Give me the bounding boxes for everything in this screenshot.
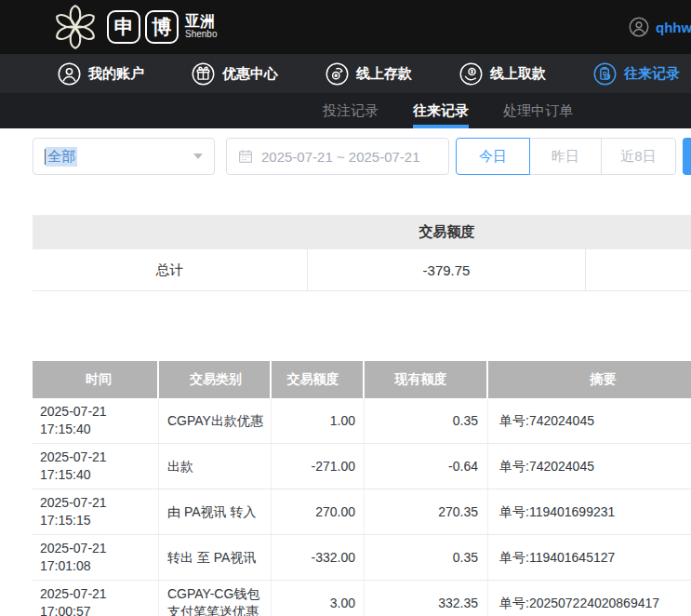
col-header-amount: 交易额度 xyxy=(272,361,365,398)
today-button[interactable]: 今日 xyxy=(456,138,530,175)
cell-balance: -0.64 xyxy=(365,444,488,489)
withdraw-hand-coin-icon xyxy=(459,62,483,86)
filter-row: 全部 2025-07-21 ~ 2025-07-21 今日 昨日 近8日 xyxy=(33,138,691,175)
summary-table: 交易额度 总计 -379.75 xyxy=(33,215,691,291)
cell-amount: 3.00 xyxy=(272,581,365,616)
page: 申 博 亚洲 Shenbo qhhw xyxy=(0,0,691,616)
cell-memo: 单号:119401699231 xyxy=(488,489,691,534)
cell-type: 由 PA视讯 转入 xyxy=(159,489,272,534)
deposit-hand-coin-icon xyxy=(326,62,349,86)
records-table: 时间 交易类别 交易额度 现有额度 摘要 2025-07-21 17:15:40… xyxy=(33,361,691,616)
table-row: 2025-07-21 17:15:15 由 PA视讯 转入 270.00 270… xyxy=(33,489,691,535)
cell-type: 转出 至 PA视讯 xyxy=(159,535,272,580)
logo-region-block: 亚洲 Shenbo xyxy=(185,14,217,39)
calendar-icon xyxy=(238,149,253,164)
cell-time: 2025-07-21 17:15:40 xyxy=(33,398,159,443)
date-range-input[interactable]: 2025-07-21 ~ 2025-07-21 xyxy=(226,138,449,175)
sub-nav: 投注记录 往来记录 处理中订单 xyxy=(0,93,691,128)
username-text: qhhw xyxy=(656,20,691,35)
last-8-days-button[interactable]: 近8日 xyxy=(601,138,676,175)
nav-item-promo-center[interactable]: 优惠中心 xyxy=(192,62,278,86)
summary-total-label: 总计 xyxy=(33,249,308,290)
cell-amount: 1.00 xyxy=(272,398,365,443)
cell-amount: -271.00 xyxy=(272,444,365,489)
cell-balance: 332.35 xyxy=(365,581,488,616)
cell-time: 2025-07-21 17:01:08 xyxy=(33,535,159,580)
main-nav: 我的账户 优惠中心 xyxy=(0,54,691,93)
logo-region-text: 亚洲 xyxy=(185,14,217,30)
gift-icon xyxy=(192,62,215,86)
cell-type: CGPAY-CG钱包支付笔笔送优惠 xyxy=(159,581,272,616)
table-row: 2025-07-21 17:00:57 CGPAY-CG钱包支付笔笔送优惠 3.… xyxy=(33,581,691,616)
summary-header-row: 交易额度 xyxy=(33,215,691,249)
cell-memo: 单号:119401645127 xyxy=(488,535,691,580)
col-header-type: 交易类别 xyxy=(159,361,272,398)
summary-total-row: 总计 -379.75 xyxy=(33,249,691,291)
nav-item-online-withdraw[interactable]: 线上取款 xyxy=(459,62,546,86)
logo-sub-text: Shenbo xyxy=(185,30,217,40)
chevron-down-icon xyxy=(193,154,203,159)
user-menu[interactable]: qhhw xyxy=(629,0,691,54)
records-header-row: 时间 交易类别 交易额度 现有额度 摘要 xyxy=(33,361,691,398)
col-header-time: 时间 xyxy=(33,361,159,398)
tab-transaction-records[interactable]: 往来记录 xyxy=(413,93,469,128)
summary-header-amount: 交易额度 xyxy=(308,223,586,241)
type-select-value: 全部 xyxy=(46,147,77,167)
summary-total-value: -379.75 xyxy=(308,249,586,290)
cell-type: CGPAY出款优惠 xyxy=(159,398,272,443)
cell-time: 2025-07-21 17:15:15 xyxy=(33,489,159,534)
cell-memo: 单号:742024045 xyxy=(488,398,691,443)
search-button-clipped[interactable] xyxy=(683,138,691,175)
top-header: 申 博 亚洲 Shenbo qhhw xyxy=(0,0,691,54)
summary-empty-cell xyxy=(586,249,691,290)
col-header-memo: 摘要 xyxy=(488,361,691,398)
cell-balance: 0.35 xyxy=(365,398,488,443)
cell-memo: 单号:202507224020869417 xyxy=(488,581,691,616)
logo-char-box-2: 博 xyxy=(145,10,179,44)
nav-label: 线上存款 xyxy=(356,65,412,83)
quick-date-button-group: 今日 昨日 近8日 xyxy=(456,138,676,175)
flower-logo-icon xyxy=(48,0,102,54)
table-row: 2025-07-21 17:15:40 CGPAY出款优惠 1.00 0.35 … xyxy=(33,398,691,444)
user-avatar-icon xyxy=(629,17,649,37)
cell-balance: 270.35 xyxy=(365,489,488,534)
nav-item-transaction-records[interactable]: 往来记录 xyxy=(593,62,680,86)
nav-item-my-account[interactable]: 我的账户 xyxy=(58,62,144,86)
cell-type: 出款 xyxy=(159,444,272,489)
tab-betting-records[interactable]: 投注记录 xyxy=(323,93,379,128)
table-row: 2025-07-21 17:01:08 转出 至 PA视讯 -332.00 0.… xyxy=(33,535,691,581)
nav-label: 优惠中心 xyxy=(222,65,278,83)
brand-logo[interactable]: 申 博 亚洲 Shenbo xyxy=(48,0,217,54)
cell-amount: -332.00 xyxy=(272,535,365,580)
nav-label: 我的账户 xyxy=(88,65,144,83)
user-circle-icon xyxy=(58,62,81,86)
yesterday-button[interactable]: 昨日 xyxy=(529,138,602,175)
nav-item-online-deposit[interactable]: 线上存款 xyxy=(326,62,412,86)
tab-processing-orders[interactable]: 处理中订单 xyxy=(503,93,573,128)
col-header-balance: 现有额度 xyxy=(365,361,488,398)
cell-amount: 270.00 xyxy=(272,489,365,534)
nav-label: 往来记录 xyxy=(624,65,680,83)
logo-char-box-1: 申 xyxy=(107,10,140,44)
cell-balance: 0.35 xyxy=(365,535,488,580)
cell-memo: 单号:742024045 xyxy=(488,444,691,489)
cell-time: 2025-07-21 17:00:57 xyxy=(33,581,159,616)
table-row: 2025-07-21 17:15:40 出款 -271.00 -0.64 单号:… xyxy=(33,444,691,489)
type-select[interactable]: 全部 xyxy=(33,138,215,175)
clipboard-clock-icon xyxy=(593,62,617,86)
date-range-value: 2025-07-21 ~ 2025-07-21 xyxy=(261,149,420,165)
cell-time: 2025-07-21 17:15:40 xyxy=(33,444,159,489)
nav-label: 线上取款 xyxy=(490,65,546,83)
